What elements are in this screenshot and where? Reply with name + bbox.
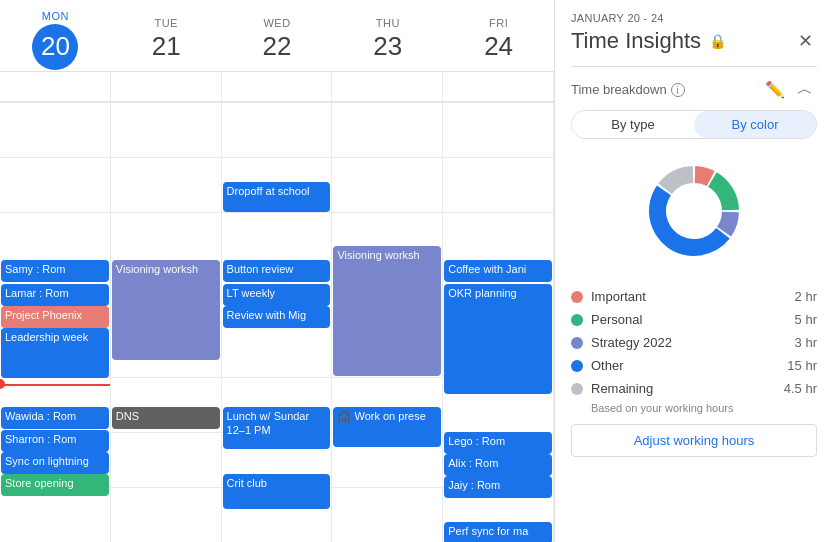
event-fri-2[interactable]: Lego : Rom xyxy=(444,432,552,454)
time-line xyxy=(111,102,221,103)
allday-event-0[interactable]: Zürich design days xyxy=(2,76,220,98)
time-line xyxy=(222,212,332,213)
event-mon-7[interactable]: Store opening xyxy=(1,474,109,496)
time-line xyxy=(111,157,221,158)
info-icon[interactable]: i xyxy=(671,83,685,97)
event-mon-5[interactable]: Sharron : Rom xyxy=(1,430,109,452)
legend-dot-0 xyxy=(571,291,583,303)
time-line xyxy=(111,432,221,433)
breakdown-label-text: Time breakdown xyxy=(571,82,667,97)
allday-event-1[interactable]: Pick up new bike xyxy=(446,76,553,98)
event-tue-1[interactable]: DNS xyxy=(112,407,220,429)
by-type-button[interactable]: By type xyxy=(572,111,694,138)
allday-col-3 xyxy=(332,72,443,101)
breakdown-header: Time breakdown i ✏️ ︿ xyxy=(571,77,817,102)
legend-item-0: Important 2 hr xyxy=(571,285,817,308)
legend-item-3: Other 15 hr xyxy=(571,354,817,377)
event-fri-3[interactable]: Alix : Rom xyxy=(444,454,552,476)
by-color-button[interactable]: By color xyxy=(694,111,816,138)
edit-button[interactable]: ✏️ xyxy=(761,77,789,102)
legend-value-1: 5 hr xyxy=(795,312,817,327)
calendar-grid: Samy : RomLamar : RomProject PhoenixLead… xyxy=(0,102,554,542)
grid-col-wed: Dropoff at schoolButton reviewLT weeklyR… xyxy=(222,102,333,542)
time-line xyxy=(332,157,442,158)
adjust-working-hours-button[interactable]: Adjust working hours xyxy=(571,424,817,457)
time-line xyxy=(332,487,442,488)
legend-name-4: Remaining xyxy=(591,381,653,396)
event-fri-0[interactable]: Coffee with Jani xyxy=(444,260,552,282)
day-header-tue: TUE21 xyxy=(111,0,222,71)
event-mon-2[interactable]: Project Phoenix xyxy=(1,306,109,328)
legend-name-0: Important xyxy=(591,289,646,304)
time-line xyxy=(332,102,442,103)
day-headers: MON20TUE21WED22THU23FRI24 xyxy=(0,0,554,72)
calendar-side: MON20TUE21WED22THU23FRI24 Zürich design … xyxy=(0,0,555,542)
current-time-line xyxy=(0,384,110,386)
event-mon-0[interactable]: Samy : Rom xyxy=(1,260,109,282)
legend-name-2: Strategy 2022 xyxy=(591,335,672,350)
close-button[interactable]: ✕ xyxy=(794,26,817,56)
event-fri-4[interactable]: Jaiy : Rom xyxy=(444,476,552,498)
time-line xyxy=(0,157,110,158)
toggle-row: By type By color xyxy=(571,110,817,139)
event-tue-0[interactable]: Visioning worksh xyxy=(112,260,220,360)
day-header-fri: FRI24 xyxy=(443,0,554,71)
allday-row: Zürich design daysPick up new bike xyxy=(0,72,554,102)
time-line xyxy=(111,377,221,378)
event-mon-3[interactable]: Leadership week xyxy=(1,328,109,378)
legend-item-2: Strategy 2022 3 hr xyxy=(571,331,817,354)
event-thu-1[interactable]: 🎧 Work on prese xyxy=(333,407,441,447)
grid-col-fri: Coffee with JaniOKR planningLego : RomAl… xyxy=(443,102,554,542)
lock-icon: 🔒 xyxy=(709,33,726,49)
time-line xyxy=(222,377,332,378)
breakdown-actions: ✏️ ︿ xyxy=(761,77,817,102)
event-wed-1[interactable]: Button review xyxy=(223,260,331,282)
donut-chart xyxy=(624,151,764,271)
event-mon-4[interactable]: Wawida : Rom xyxy=(1,407,109,429)
time-line xyxy=(332,377,442,378)
insights-title: Time Insights xyxy=(571,28,701,54)
time-line xyxy=(111,487,221,488)
time-line xyxy=(443,212,553,213)
legend-dot-2 xyxy=(571,337,583,349)
time-line xyxy=(443,102,553,103)
breakdown-label: Time breakdown i xyxy=(571,82,685,97)
event-wed-3[interactable]: Review with Mig xyxy=(223,306,331,328)
event-wed-2[interactable]: LT weekly xyxy=(223,284,331,306)
time-line xyxy=(332,212,442,213)
event-fri-1[interactable]: OKR planning xyxy=(444,284,552,394)
grid-col-mon: Samy : RomLamar : RomProject PhoenixLead… xyxy=(0,102,111,542)
legend-value-4: 4.5 hr xyxy=(784,381,817,396)
day-header-wed: WED22 xyxy=(222,0,333,71)
insights-panel: JANUARY 20 - 24 Time Insights 🔒 ✕ Time b… xyxy=(555,0,833,542)
legend-dot-1 xyxy=(571,314,583,326)
event-fri-5[interactable]: Perf sync for ma xyxy=(444,522,552,542)
legend-item-1: Personal 5 hr xyxy=(571,308,817,331)
event-wed-6[interactable]: Crit club xyxy=(223,474,331,509)
event-mon-6[interactable]: Sync on lightning xyxy=(1,452,109,474)
event-wed-0[interactable]: Dropoff at school xyxy=(223,182,331,212)
event-thu-0[interactable]: Visioning worksh xyxy=(333,246,441,376)
legend-value-2: 3 hr xyxy=(795,335,817,350)
day-header-thu: THU23 xyxy=(332,0,443,71)
section-divider xyxy=(571,66,817,67)
donut-segment-personal xyxy=(708,172,739,210)
legend-list: Important 2 hr Personal 5 hr Strategy 20… xyxy=(571,285,817,400)
current-time-dot xyxy=(0,379,5,389)
donut-segment-other xyxy=(649,186,730,256)
legend-dot-4 xyxy=(571,383,583,395)
legend-value-3: 15 hr xyxy=(787,358,817,373)
event-wed-4[interactable]: Lunch w/ Sundar12–1 PM xyxy=(223,407,331,449)
day-header-mon: MON20 xyxy=(0,0,111,71)
grid-col-thu: Visioning worksh🎧 Work on prese xyxy=(332,102,443,542)
remaining-note: Based on your working hours xyxy=(591,402,817,414)
legend-name-3: Other xyxy=(591,358,624,373)
legend-dot-3 xyxy=(571,360,583,372)
donut-segment-remaining xyxy=(658,166,693,194)
legend-item-4: Remaining 4.5 hr xyxy=(571,377,817,400)
event-mon-1[interactable]: Lamar : Rom xyxy=(1,284,109,306)
time-line xyxy=(222,157,332,158)
collapse-button[interactable]: ︿ xyxy=(793,77,817,102)
time-line xyxy=(0,212,110,213)
legend-value-0: 2 hr xyxy=(795,289,817,304)
